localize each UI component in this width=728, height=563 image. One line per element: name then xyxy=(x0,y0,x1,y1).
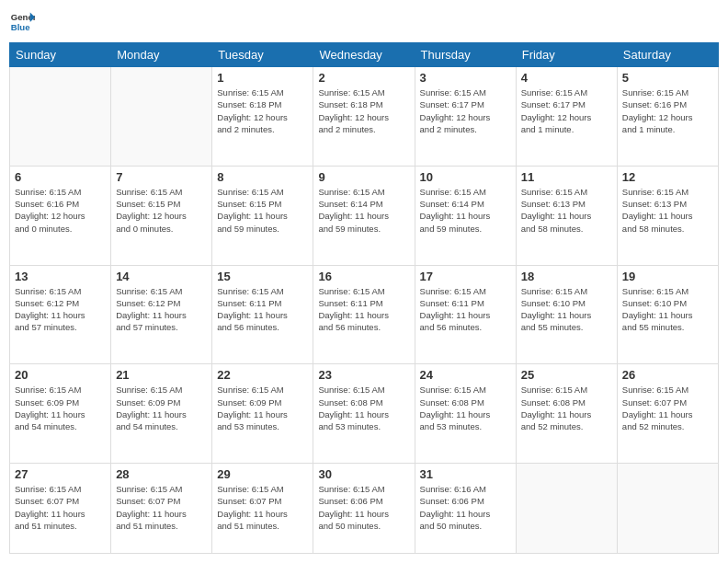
weekday-header-saturday: Saturday xyxy=(617,43,718,67)
day-info: Sunrise: 6:15 AMSunset: 6:18 PMDaylight:… xyxy=(318,86,409,135)
calendar-week-3: 13Sunrise: 6:15 AMSunset: 6:12 PMDayligh… xyxy=(10,265,719,364)
page-header: General Blue xyxy=(9,9,719,35)
calendar-cell: 24Sunrise: 6:15 AMSunset: 6:08 PMDayligh… xyxy=(415,364,516,464)
calendar-cell: 4Sunrise: 6:15 AMSunset: 6:17 PMDaylight… xyxy=(516,67,617,167)
day-info: Sunrise: 6:15 AMSunset: 6:12 PMDaylight:… xyxy=(15,285,106,334)
logo: General Blue xyxy=(9,9,35,35)
day-number: 12 xyxy=(622,170,713,184)
day-number: 9 xyxy=(318,170,409,184)
day-info: Sunrise: 6:15 AMSunset: 6:11 PMDaylight:… xyxy=(420,285,511,334)
calendar-cell: 10Sunrise: 6:15 AMSunset: 6:14 PMDayligh… xyxy=(415,166,516,265)
calendar-cell: 30Sunrise: 6:15 AMSunset: 6:06 PMDayligh… xyxy=(313,464,415,554)
calendar-cell: 28Sunrise: 6:15 AMSunset: 6:07 PMDayligh… xyxy=(111,464,212,554)
day-info: Sunrise: 6:15 AMSunset: 6:17 PMDaylight:… xyxy=(420,86,511,135)
calendar-cell: 13Sunrise: 6:15 AMSunset: 6:12 PMDayligh… xyxy=(10,265,111,364)
day-number: 10 xyxy=(420,170,511,184)
calendar-cell: 31Sunrise: 6:16 AMSunset: 6:06 PMDayligh… xyxy=(415,464,516,554)
weekday-header-thursday: Thursday xyxy=(415,43,516,67)
day-info: Sunrise: 6:15 AMSunset: 6:17 PMDaylight:… xyxy=(521,86,612,135)
calendar-cell: 9Sunrise: 6:15 AMSunset: 6:14 PMDaylight… xyxy=(313,166,415,265)
day-number: 30 xyxy=(318,467,409,481)
day-info: Sunrise: 6:15 AMSunset: 6:16 PMDaylight:… xyxy=(15,186,106,235)
day-number: 4 xyxy=(521,71,612,85)
day-info: Sunrise: 6:15 AMSunset: 6:16 PMDaylight:… xyxy=(622,86,713,135)
calendar-cell xyxy=(111,67,212,167)
calendar-cell: 18Sunrise: 6:15 AMSunset: 6:10 PMDayligh… xyxy=(516,265,617,364)
day-info: Sunrise: 6:15 AMSunset: 6:13 PMDaylight:… xyxy=(622,186,713,235)
calendar-cell: 29Sunrise: 6:15 AMSunset: 6:07 PMDayligh… xyxy=(212,464,313,554)
weekday-header-sunday: Sunday xyxy=(10,43,111,67)
day-number: 26 xyxy=(622,368,713,382)
calendar-cell: 8Sunrise: 6:15 AMSunset: 6:15 PMDaylight… xyxy=(212,166,313,265)
day-number: 18 xyxy=(521,270,612,283)
weekday-header-monday: Monday xyxy=(111,43,212,67)
day-info: Sunrise: 6:15 AMSunset: 6:15 PMDaylight:… xyxy=(217,186,308,235)
calendar-cell: 2Sunrise: 6:15 AMSunset: 6:18 PMDaylight… xyxy=(313,67,415,167)
day-info: Sunrise: 6:15 AMSunset: 6:09 PMDaylight:… xyxy=(217,384,308,432)
calendar-cell: 1Sunrise: 6:15 AMSunset: 6:18 PMDaylight… xyxy=(212,67,313,167)
day-number: 1 xyxy=(217,71,308,85)
day-number: 17 xyxy=(420,270,511,283)
weekday-header-friday: Friday xyxy=(516,43,617,67)
calendar-cell xyxy=(516,464,617,554)
day-info: Sunrise: 6:15 AMSunset: 6:07 PMDaylight:… xyxy=(217,483,308,532)
weekday-header-tuesday: Tuesday xyxy=(212,43,313,67)
day-number: 13 xyxy=(15,270,106,283)
day-info: Sunrise: 6:15 AMSunset: 6:15 PMDaylight:… xyxy=(116,186,207,235)
day-info: Sunrise: 6:15 AMSunset: 6:11 PMDaylight:… xyxy=(217,285,308,334)
day-number: 21 xyxy=(116,368,207,382)
calendar-cell: 16Sunrise: 6:15 AMSunset: 6:11 PMDayligh… xyxy=(313,265,415,364)
day-info: Sunrise: 6:15 AMSunset: 6:10 PMDaylight:… xyxy=(622,285,713,334)
calendar-cell: 26Sunrise: 6:15 AMSunset: 6:07 PMDayligh… xyxy=(617,364,718,464)
calendar-cell: 3Sunrise: 6:15 AMSunset: 6:17 PMDaylight… xyxy=(415,67,516,167)
day-info: Sunrise: 6:15 AMSunset: 6:14 PMDaylight:… xyxy=(318,186,409,235)
day-info: Sunrise: 6:15 AMSunset: 6:18 PMDaylight:… xyxy=(217,86,308,135)
day-number: 29 xyxy=(217,467,308,481)
day-number: 23 xyxy=(318,368,409,382)
weekday-header-wednesday: Wednesday xyxy=(313,43,415,67)
calendar-table: SundayMondayTuesdayWednesdayThursdayFrid… xyxy=(9,42,719,554)
day-number: 5 xyxy=(622,71,713,85)
calendar-cell: 25Sunrise: 6:15 AMSunset: 6:08 PMDayligh… xyxy=(516,364,617,464)
day-info: Sunrise: 6:15 AMSunset: 6:14 PMDaylight:… xyxy=(420,186,511,235)
calendar-cell xyxy=(10,67,111,167)
day-info: Sunrise: 6:15 AMSunset: 6:12 PMDaylight:… xyxy=(116,285,207,334)
calendar-cell: 15Sunrise: 6:15 AMSunset: 6:11 PMDayligh… xyxy=(212,265,313,364)
day-number: 25 xyxy=(521,368,612,382)
weekday-header-row: SundayMondayTuesdayWednesdayThursdayFrid… xyxy=(10,43,719,67)
day-info: Sunrise: 6:16 AMSunset: 6:06 PMDaylight:… xyxy=(420,483,511,532)
day-number: 16 xyxy=(318,270,409,283)
calendar-cell: 23Sunrise: 6:15 AMSunset: 6:08 PMDayligh… xyxy=(313,364,415,464)
day-info: Sunrise: 6:15 AMSunset: 6:08 PMDaylight:… xyxy=(318,384,409,432)
calendar-week-1: 1Sunrise: 6:15 AMSunset: 6:18 PMDaylight… xyxy=(10,67,719,167)
calendar-week-2: 6Sunrise: 6:15 AMSunset: 6:16 PMDaylight… xyxy=(10,166,719,265)
day-number: 2 xyxy=(318,71,409,85)
day-number: 28 xyxy=(116,467,207,481)
logo-icon: General Blue xyxy=(9,9,35,35)
calendar-cell: 22Sunrise: 6:15 AMSunset: 6:09 PMDayligh… xyxy=(212,364,313,464)
day-number: 31 xyxy=(420,467,511,481)
day-info: Sunrise: 6:15 AMSunset: 6:13 PMDaylight:… xyxy=(521,186,612,235)
day-info: Sunrise: 6:15 AMSunset: 6:08 PMDaylight:… xyxy=(521,384,612,432)
day-number: 22 xyxy=(217,368,308,382)
day-info: Sunrise: 6:15 AMSunset: 6:09 PMDaylight:… xyxy=(15,384,106,432)
day-number: 14 xyxy=(116,270,207,283)
calendar-cell: 20Sunrise: 6:15 AMSunset: 6:09 PMDayligh… xyxy=(10,364,111,464)
calendar-cell: 14Sunrise: 6:15 AMSunset: 6:12 PMDayligh… xyxy=(111,265,212,364)
day-info: Sunrise: 6:15 AMSunset: 6:07 PMDaylight:… xyxy=(622,384,713,432)
page-container: General Blue SundayMondayTuesdayWednesda… xyxy=(0,0,728,563)
calendar-week-4: 20Sunrise: 6:15 AMSunset: 6:09 PMDayligh… xyxy=(10,364,719,464)
day-number: 7 xyxy=(116,170,207,184)
day-number: 20 xyxy=(15,368,106,382)
day-number: 11 xyxy=(521,170,612,184)
day-number: 6 xyxy=(15,170,106,184)
svg-text:Blue: Blue xyxy=(11,22,30,32)
calendar-cell: 6Sunrise: 6:15 AMSunset: 6:16 PMDaylight… xyxy=(10,166,111,265)
day-number: 24 xyxy=(420,368,511,382)
day-info: Sunrise: 6:15 AMSunset: 6:10 PMDaylight:… xyxy=(521,285,612,334)
calendar-cell: 19Sunrise: 6:15 AMSunset: 6:10 PMDayligh… xyxy=(617,265,718,364)
day-number: 27 xyxy=(15,467,106,481)
day-number: 3 xyxy=(420,71,511,85)
day-info: Sunrise: 6:15 AMSunset: 6:07 PMDaylight:… xyxy=(116,483,207,532)
day-number: 8 xyxy=(217,170,308,184)
